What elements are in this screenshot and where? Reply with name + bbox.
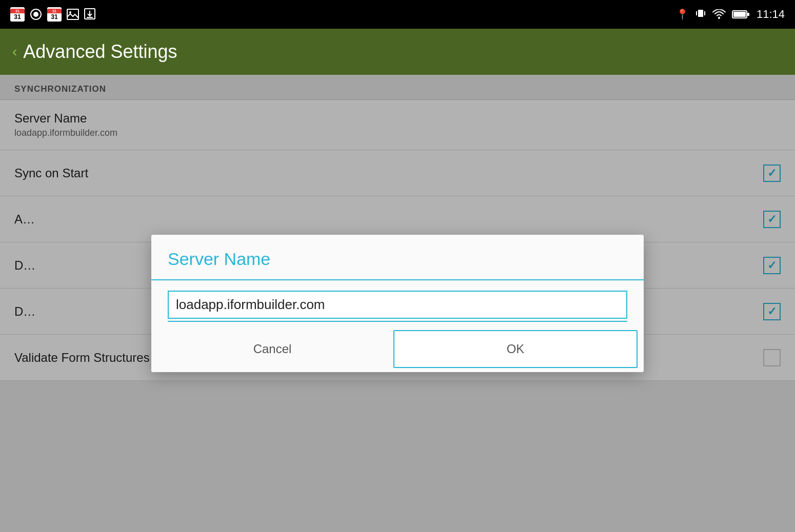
dialog-ok-button[interactable]: OK bbox=[393, 330, 638, 368]
svg-rect-11 bbox=[733, 12, 746, 17]
back-button[interactable]: ‹ bbox=[12, 44, 17, 60]
battery-icon bbox=[732, 10, 750, 19]
svg-point-3 bbox=[69, 11, 71, 13]
image-icon bbox=[67, 9, 79, 20]
page-title: Advanced Settings bbox=[23, 41, 177, 63]
wifi-icon bbox=[712, 9, 726, 19]
phone-icon bbox=[30, 8, 42, 21]
svg-rect-7 bbox=[696, 11, 697, 15]
svg-rect-8 bbox=[704, 11, 705, 15]
calendar-icon-2: 31 31 bbox=[47, 7, 62, 22]
dialog-input-wrapper[interactable] bbox=[168, 291, 627, 319]
svg-rect-6 bbox=[698, 10, 703, 17]
svg-rect-12 bbox=[747, 13, 749, 16]
status-bar-right: 📍 11 bbox=[676, 8, 785, 22]
svg-point-9 bbox=[718, 17, 720, 19]
dialog-overlay: Server Name Cancel OK bbox=[0, 75, 795, 532]
location-icon: 📍 bbox=[676, 8, 689, 21]
server-name-dialog: Server Name Cancel OK bbox=[151, 235, 644, 372]
vibrate-icon bbox=[695, 8, 706, 22]
calendar-icon-1: 31 31 bbox=[10, 7, 25, 22]
download-icon bbox=[84, 8, 95, 21]
server-name-input[interactable] bbox=[176, 297, 619, 313]
dialog-title: Server Name bbox=[168, 249, 627, 269]
svg-rect-2 bbox=[67, 9, 78, 19]
dialog-body bbox=[151, 280, 644, 326]
dialog-input-underline bbox=[168, 321, 627, 322]
dialog-buttons: Cancel OK bbox=[151, 326, 644, 372]
dialog-title-bar: Server Name bbox=[151, 235, 644, 280]
main-content: SYNCHRONIZATION Server Name loadapp.ifor… bbox=[0, 75, 795, 532]
status-bar-left: 31 31 31 31 bbox=[10, 7, 95, 22]
status-bar: 31 31 31 31 bbox=[0, 0, 795, 29]
top-nav-bar: ‹ Advanced Settings bbox=[0, 29, 795, 75]
svg-point-1 bbox=[33, 12, 38, 17]
dialog-cancel-button[interactable]: Cancel bbox=[151, 326, 393, 372]
time-display: 11:14 bbox=[757, 8, 785, 21]
